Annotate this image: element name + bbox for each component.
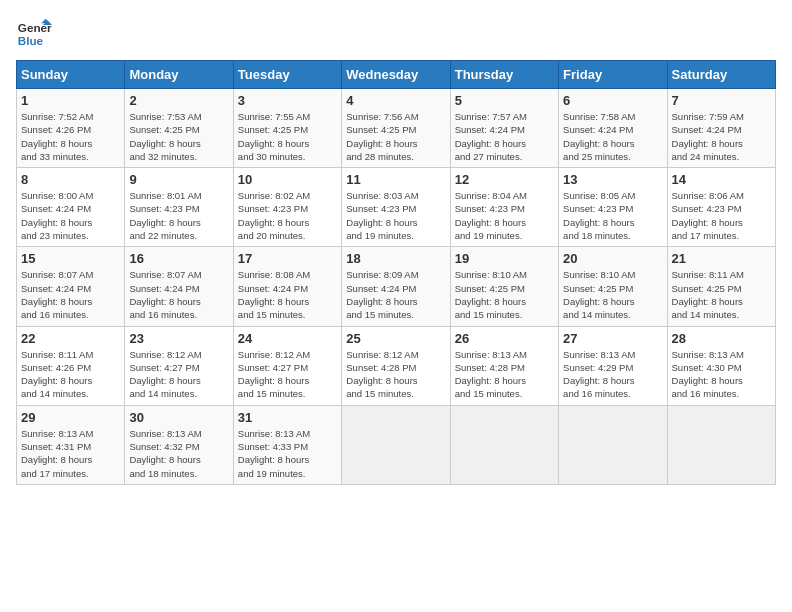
calendar-day-cell: 16Sunrise: 8:07 AM Sunset: 4:24 PM Dayli…: [125, 247, 233, 326]
day-info: Sunrise: 8:09 AM Sunset: 4:24 PM Dayligh…: [346, 268, 445, 321]
day-number: 20: [563, 251, 662, 266]
day-number: 28: [672, 331, 771, 346]
day-number: 2: [129, 93, 228, 108]
calendar-day-cell: 15Sunrise: 8:07 AM Sunset: 4:24 PM Dayli…: [17, 247, 125, 326]
day-number: 13: [563, 172, 662, 187]
day-number: 3: [238, 93, 337, 108]
weekday-header-cell: Saturday: [667, 61, 775, 89]
weekday-header-cell: Tuesday: [233, 61, 341, 89]
calendar-day-cell: [559, 405, 667, 484]
calendar-day-cell: 20Sunrise: 8:10 AM Sunset: 4:25 PM Dayli…: [559, 247, 667, 326]
day-number: 30: [129, 410, 228, 425]
calendar-day-cell: 28Sunrise: 8:13 AM Sunset: 4:30 PM Dayli…: [667, 326, 775, 405]
weekday-header-cell: Sunday: [17, 61, 125, 89]
day-number: 10: [238, 172, 337, 187]
day-info: Sunrise: 7:52 AM Sunset: 4:26 PM Dayligh…: [21, 110, 120, 163]
day-number: 7: [672, 93, 771, 108]
day-number: 6: [563, 93, 662, 108]
day-info: Sunrise: 7:59 AM Sunset: 4:24 PM Dayligh…: [672, 110, 771, 163]
weekday-header-cell: Monday: [125, 61, 233, 89]
day-number: 31: [238, 410, 337, 425]
calendar-day-cell: 14Sunrise: 8:06 AM Sunset: 4:23 PM Dayli…: [667, 168, 775, 247]
day-number: 11: [346, 172, 445, 187]
day-info: Sunrise: 8:07 AM Sunset: 4:24 PM Dayligh…: [129, 268, 228, 321]
calendar-day-cell: 12Sunrise: 8:04 AM Sunset: 4:23 PM Dayli…: [450, 168, 558, 247]
calendar-day-cell: 23Sunrise: 8:12 AM Sunset: 4:27 PM Dayli…: [125, 326, 233, 405]
day-number: 22: [21, 331, 120, 346]
calendar-day-cell: 17Sunrise: 8:08 AM Sunset: 4:24 PM Dayli…: [233, 247, 341, 326]
calendar-week-row: 29Sunrise: 8:13 AM Sunset: 4:31 PM Dayli…: [17, 405, 776, 484]
day-number: 14: [672, 172, 771, 187]
day-number: 23: [129, 331, 228, 346]
day-info: Sunrise: 8:11 AM Sunset: 4:25 PM Dayligh…: [672, 268, 771, 321]
calendar-day-cell: 27Sunrise: 8:13 AM Sunset: 4:29 PM Dayli…: [559, 326, 667, 405]
day-number: 19: [455, 251, 554, 266]
day-info: Sunrise: 8:13 AM Sunset: 4:30 PM Dayligh…: [672, 348, 771, 401]
calendar-day-cell: 5Sunrise: 7:57 AM Sunset: 4:24 PM Daylig…: [450, 89, 558, 168]
day-info: Sunrise: 8:12 AM Sunset: 4:27 PM Dayligh…: [238, 348, 337, 401]
calendar-day-cell: 1Sunrise: 7:52 AM Sunset: 4:26 PM Daylig…: [17, 89, 125, 168]
calendar-day-cell: 19Sunrise: 8:10 AM Sunset: 4:25 PM Dayli…: [450, 247, 558, 326]
day-info: Sunrise: 8:13 AM Sunset: 4:28 PM Dayligh…: [455, 348, 554, 401]
day-info: Sunrise: 7:57 AM Sunset: 4:24 PM Dayligh…: [455, 110, 554, 163]
day-number: 21: [672, 251, 771, 266]
day-info: Sunrise: 8:02 AM Sunset: 4:23 PM Dayligh…: [238, 189, 337, 242]
day-info: Sunrise: 8:10 AM Sunset: 4:25 PM Dayligh…: [455, 268, 554, 321]
weekday-header-cell: Wednesday: [342, 61, 450, 89]
day-info: Sunrise: 8:12 AM Sunset: 4:27 PM Dayligh…: [129, 348, 228, 401]
calendar-week-row: 1Sunrise: 7:52 AM Sunset: 4:26 PM Daylig…: [17, 89, 776, 168]
day-info: Sunrise: 8:00 AM Sunset: 4:24 PM Dayligh…: [21, 189, 120, 242]
day-info: Sunrise: 8:01 AM Sunset: 4:23 PM Dayligh…: [129, 189, 228, 242]
day-number: 18: [346, 251, 445, 266]
svg-text:Blue: Blue: [18, 34, 44, 47]
calendar-day-cell: 31Sunrise: 8:13 AM Sunset: 4:33 PM Dayli…: [233, 405, 341, 484]
weekday-header-cell: Thursday: [450, 61, 558, 89]
day-info: Sunrise: 8:08 AM Sunset: 4:24 PM Dayligh…: [238, 268, 337, 321]
day-number: 16: [129, 251, 228, 266]
calendar-week-row: 22Sunrise: 8:11 AM Sunset: 4:26 PM Dayli…: [17, 326, 776, 405]
day-info: Sunrise: 7:56 AM Sunset: 4:25 PM Dayligh…: [346, 110, 445, 163]
day-number: 29: [21, 410, 120, 425]
day-number: 8: [21, 172, 120, 187]
calendar-body: 1Sunrise: 7:52 AM Sunset: 4:26 PM Daylig…: [17, 89, 776, 485]
day-info: Sunrise: 8:13 AM Sunset: 4:32 PM Dayligh…: [129, 427, 228, 480]
calendar-day-cell: [342, 405, 450, 484]
day-info: Sunrise: 8:12 AM Sunset: 4:28 PM Dayligh…: [346, 348, 445, 401]
calendar-day-cell: 29Sunrise: 8:13 AM Sunset: 4:31 PM Dayli…: [17, 405, 125, 484]
day-number: 9: [129, 172, 228, 187]
day-number: 27: [563, 331, 662, 346]
logo: General Blue: [16, 16, 52, 52]
day-number: 4: [346, 93, 445, 108]
day-info: Sunrise: 8:13 AM Sunset: 4:29 PM Dayligh…: [563, 348, 662, 401]
day-number: 17: [238, 251, 337, 266]
header: General Blue: [16, 16, 776, 52]
calendar-week-row: 15Sunrise: 8:07 AM Sunset: 4:24 PM Dayli…: [17, 247, 776, 326]
day-info: Sunrise: 8:13 AM Sunset: 4:31 PM Dayligh…: [21, 427, 120, 480]
day-info: Sunrise: 7:55 AM Sunset: 4:25 PM Dayligh…: [238, 110, 337, 163]
calendar-day-cell: 4Sunrise: 7:56 AM Sunset: 4:25 PM Daylig…: [342, 89, 450, 168]
day-info: Sunrise: 8:04 AM Sunset: 4:23 PM Dayligh…: [455, 189, 554, 242]
calendar-day-cell: 18Sunrise: 8:09 AM Sunset: 4:24 PM Dayli…: [342, 247, 450, 326]
day-info: Sunrise: 8:07 AM Sunset: 4:24 PM Dayligh…: [21, 268, 120, 321]
calendar-table: SundayMondayTuesdayWednesdayThursdayFrid…: [16, 60, 776, 485]
calendar-day-cell: 7Sunrise: 7:59 AM Sunset: 4:24 PM Daylig…: [667, 89, 775, 168]
calendar-day-cell: 3Sunrise: 7:55 AM Sunset: 4:25 PM Daylig…: [233, 89, 341, 168]
calendar-day-cell: 21Sunrise: 8:11 AM Sunset: 4:25 PM Dayli…: [667, 247, 775, 326]
day-info: Sunrise: 7:53 AM Sunset: 4:25 PM Dayligh…: [129, 110, 228, 163]
logo-icon: General Blue: [16, 16, 52, 52]
calendar-day-cell: 30Sunrise: 8:13 AM Sunset: 4:32 PM Dayli…: [125, 405, 233, 484]
day-number: 24: [238, 331, 337, 346]
day-info: Sunrise: 8:11 AM Sunset: 4:26 PM Dayligh…: [21, 348, 120, 401]
calendar-day-cell: 13Sunrise: 8:05 AM Sunset: 4:23 PM Dayli…: [559, 168, 667, 247]
day-number: 25: [346, 331, 445, 346]
weekday-header-cell: Friday: [559, 61, 667, 89]
calendar-day-cell: 22Sunrise: 8:11 AM Sunset: 4:26 PM Dayli…: [17, 326, 125, 405]
day-info: Sunrise: 8:13 AM Sunset: 4:33 PM Dayligh…: [238, 427, 337, 480]
calendar-week-row: 8Sunrise: 8:00 AM Sunset: 4:24 PM Daylig…: [17, 168, 776, 247]
day-number: 5: [455, 93, 554, 108]
day-info: Sunrise: 8:10 AM Sunset: 4:25 PM Dayligh…: [563, 268, 662, 321]
weekday-header-row: SundayMondayTuesdayWednesdayThursdayFrid…: [17, 61, 776, 89]
calendar-day-cell: 25Sunrise: 8:12 AM Sunset: 4:28 PM Dayli…: [342, 326, 450, 405]
calendar-day-cell: 6Sunrise: 7:58 AM Sunset: 4:24 PM Daylig…: [559, 89, 667, 168]
day-number: 12: [455, 172, 554, 187]
